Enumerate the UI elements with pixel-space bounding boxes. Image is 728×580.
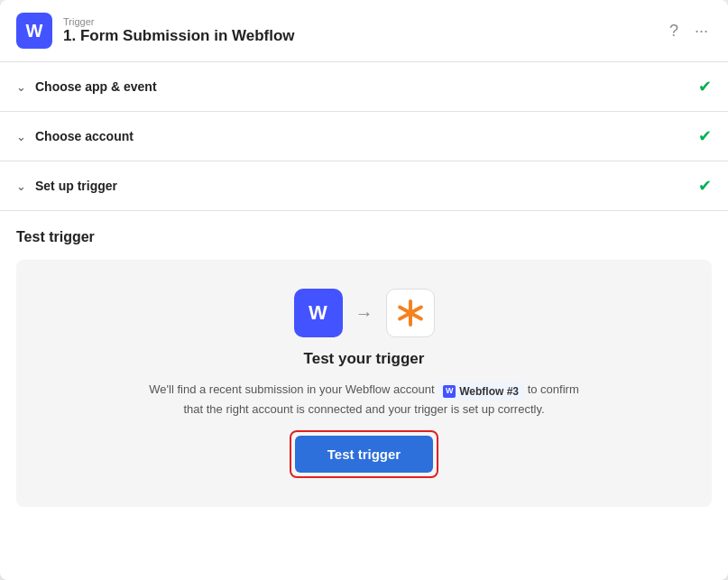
webflow-w-letter: W — [309, 301, 327, 325]
check-icon-trigger: ✔ — [698, 176, 712, 196]
check-icon-app-event: ✔ — [698, 77, 712, 97]
test-your-trigger-heading: Test your trigger — [304, 350, 425, 368]
more-options-button[interactable]: ··· — [691, 18, 712, 44]
header-actions: ? ··· — [666, 18, 712, 44]
chevron-down-icon-account: ⌄ — [16, 130, 26, 143]
header: W Trigger 1. Form Submission in Webflow … — [0, 0, 728, 62]
help-icon: ? — [669, 22, 678, 41]
test-trigger-button[interactable]: Test trigger — [295, 436, 433, 473]
test-button-wrapper: Test trigger — [290, 430, 438, 478]
description-pre: We'll find a recent submission in your W… — [149, 382, 434, 396]
header-title: 1. Form Submission in Webflow — [63, 27, 655, 45]
icon-row: W → — [294, 289, 435, 337]
test-trigger-description: We'll find a recent submission in your W… — [148, 381, 581, 418]
webflow-icon-letter: W — [26, 21, 43, 41]
webflow-trigger-icon: W — [294, 289, 343, 337]
accordion-choose-account[interactable]: ⌄ Choose account ✔ — [0, 112, 728, 161]
help-button[interactable]: ? — [666, 18, 682, 44]
main-card: W Trigger 1. Form Submission in Webflow … — [0, 0, 728, 580]
arrow-icon: → — [355, 303, 373, 324]
account-name: Webflow #3 — [459, 383, 519, 400]
check-icon-account: ✔ — [698, 126, 712, 146]
account-badge-icon: W — [443, 385, 456, 398]
zapier-icon-box — [386, 289, 435, 337]
header-label: Trigger — [63, 16, 655, 27]
accordion-label-account: Choose account — [35, 129, 689, 143]
test-trigger-section-title: Test trigger — [16, 229, 712, 245]
chevron-down-icon: ⌄ — [16, 80, 26, 94]
more-icon: ··· — [695, 22, 708, 41]
header-text: Trigger 1. Form Submission in Webflow — [63, 16, 655, 45]
accordion-label-app-event: Choose app & event — [35, 79, 689, 94]
account-badge: W Webflow #3 — [438, 382, 524, 400]
test-trigger-box: W → Test your trigger We'll find a recen… — [16, 260, 712, 507]
accordion-label-trigger: Set up trigger — [35, 179, 689, 193]
zapier-asterisk-icon — [395, 298, 426, 328]
test-trigger-section: Test trigger W → Test your trigger — [0, 211, 728, 525]
webflow-logo-icon: W — [16, 13, 52, 49]
accordion-set-up-trigger[interactable]: ⌄ Set up trigger ✔ — [0, 161, 728, 211]
chevron-down-icon-trigger: ⌄ — [16, 180, 26, 193]
accordion-choose-app-event[interactable]: ⌄ Choose app & event ✔ — [0, 62, 728, 112]
